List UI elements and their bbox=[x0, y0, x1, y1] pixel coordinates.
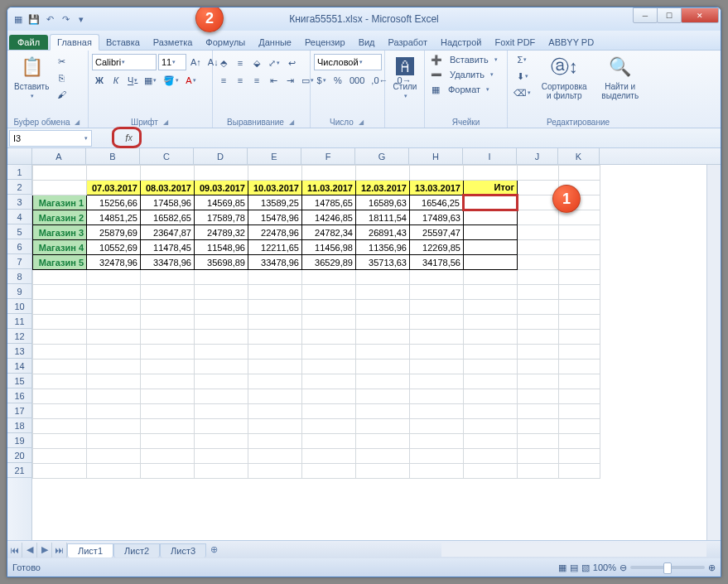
row-18[interactable]: 18 bbox=[7, 418, 31, 433]
cell[interactable]: 34178,56 bbox=[410, 255, 464, 270]
font-size-select[interactable]: 11▾ bbox=[158, 54, 186, 70]
cell[interactable] bbox=[518, 225, 559, 240]
row-16[interactable]: 16 bbox=[7, 389, 31, 403]
format-painter-button[interactable]: 🖌 bbox=[54, 87, 69, 102]
view-layout-icon[interactable]: ▤ bbox=[570, 562, 578, 573]
cell[interactable] bbox=[410, 345, 464, 360]
cell[interactable] bbox=[302, 360, 356, 374]
cell[interactable]: 11456,98 bbox=[302, 240, 356, 255]
cell[interactable] bbox=[141, 404, 195, 419]
cell[interactable] bbox=[518, 434, 559, 449]
cell[interactable] bbox=[559, 404, 600, 419]
cell[interactable] bbox=[559, 434, 600, 449]
cell[interactable]: 11478,45 bbox=[141, 240, 195, 255]
row-21[interactable]: 21 bbox=[7, 463, 31, 478]
row-20[interactable]: 20 bbox=[7, 448, 31, 463]
cell[interactable] bbox=[87, 374, 141, 389]
zoom-out-button[interactable]: ⊖ bbox=[620, 562, 627, 573]
cell[interactable] bbox=[195, 360, 248, 374]
cell[interactable] bbox=[559, 240, 600, 255]
cell[interactable]: 25597,47 bbox=[410, 225, 464, 240]
formula-input[interactable] bbox=[140, 130, 721, 147]
undo-icon[interactable]: ↶ bbox=[42, 12, 57, 27]
fill-color-button[interactable]: 🪣▾ bbox=[161, 73, 181, 88]
cell[interactable]: 14246,85 bbox=[302, 210, 356, 225]
cell[interactable]: 09.03.2017 bbox=[195, 181, 248, 195]
cell[interactable] bbox=[410, 330, 464, 345]
cell[interactable]: 26891,43 bbox=[356, 225, 410, 240]
cell[interactable] bbox=[87, 434, 141, 449]
cell[interactable]: 10552,69 bbox=[87, 240, 141, 255]
cell[interactable] bbox=[356, 374, 410, 389]
cell[interactable] bbox=[248, 300, 302, 315]
cell[interactable] bbox=[141, 330, 195, 345]
cell[interactable] bbox=[248, 330, 302, 345]
cell[interactable]: Магазин 2 bbox=[33, 210, 87, 225]
clipboard-launcher-icon[interactable]: ◢ bbox=[73, 118, 81, 127]
cell[interactable] bbox=[33, 181, 87, 195]
cell[interactable] bbox=[559, 360, 600, 374]
styles-button[interactable]: 🅰Стили▾ bbox=[388, 52, 422, 101]
cell[interactable] bbox=[141, 166, 195, 181]
sheet-nav-last[interactable]: ⏭ bbox=[52, 543, 67, 557]
cell[interactable] bbox=[248, 464, 302, 479]
cell[interactable] bbox=[518, 404, 559, 419]
cell[interactable]: 16546,25 bbox=[410, 195, 464, 210]
cell[interactable] bbox=[33, 419, 87, 434]
cell[interactable] bbox=[33, 270, 87, 285]
cell[interactable] bbox=[464, 434, 518, 449]
cell[interactable] bbox=[141, 464, 195, 479]
row-6[interactable]: 6 bbox=[7, 239, 31, 254]
cell[interactable]: 17458,96 bbox=[141, 195, 195, 210]
cell[interactable] bbox=[410, 374, 464, 389]
cell[interactable] bbox=[518, 449, 559, 464]
row-10[interactable]: 10 bbox=[7, 299, 31, 314]
cell[interactable] bbox=[33, 404, 87, 419]
foxit-tab[interactable]: Foxit PDF bbox=[488, 35, 542, 50]
cell[interactable] bbox=[33, 345, 87, 360]
cell[interactable] bbox=[410, 285, 464, 300]
row-5[interactable]: 5 bbox=[7, 224, 31, 239]
cell[interactable] bbox=[195, 315, 248, 330]
cell[interactable]: 25879,69 bbox=[87, 225, 141, 240]
view-normal-icon[interactable]: ▦ bbox=[558, 562, 566, 573]
cell[interactable]: 15478,96 bbox=[248, 210, 302, 225]
cell[interactable] bbox=[87, 330, 141, 345]
cell[interactable] bbox=[559, 315, 600, 330]
cell[interactable]: 16589,63 bbox=[356, 195, 410, 210]
row-17[interactable]: 17 bbox=[7, 403, 31, 418]
cell[interactable] bbox=[195, 330, 248, 345]
cell[interactable] bbox=[410, 434, 464, 449]
col-D[interactable]: D bbox=[194, 148, 248, 165]
cell[interactable] bbox=[141, 285, 195, 300]
cell[interactable] bbox=[559, 255, 600, 270]
cell[interactable] bbox=[33, 300, 87, 315]
cell[interactable] bbox=[302, 166, 356, 181]
view-tab[interactable]: Вид bbox=[352, 35, 382, 50]
cell[interactable] bbox=[559, 345, 600, 360]
cell[interactable] bbox=[33, 166, 87, 181]
cell[interactable] bbox=[518, 300, 559, 315]
align-launcher-icon[interactable]: ◢ bbox=[287, 118, 296, 127]
cell[interactable]: 11.03.2017 bbox=[302, 181, 356, 195]
cell[interactable] bbox=[559, 419, 600, 434]
cell[interactable] bbox=[248, 285, 302, 300]
cell[interactable] bbox=[302, 374, 356, 389]
cell[interactable]: 14851,25 bbox=[87, 210, 141, 225]
cell[interactable] bbox=[464, 330, 518, 345]
cell[interactable] bbox=[248, 389, 302, 404]
cell[interactable] bbox=[141, 434, 195, 449]
insert-function-button[interactable]: fx bbox=[118, 130, 140, 147]
cell[interactable] bbox=[559, 270, 600, 285]
cell[interactable] bbox=[356, 464, 410, 479]
maximize-button[interactable]: ☐ bbox=[657, 7, 682, 23]
cell[interactable] bbox=[248, 434, 302, 449]
cell[interactable] bbox=[195, 449, 248, 464]
cell[interactable] bbox=[87, 300, 141, 315]
cell[interactable]: 17589,78 bbox=[195, 210, 248, 225]
row-19[interactable]: 19 bbox=[7, 433, 31, 448]
cell[interactable] bbox=[356, 166, 410, 181]
cell[interactable] bbox=[248, 404, 302, 419]
redo-icon[interactable]: ↷ bbox=[58, 12, 73, 27]
cell[interactable] bbox=[141, 360, 195, 374]
